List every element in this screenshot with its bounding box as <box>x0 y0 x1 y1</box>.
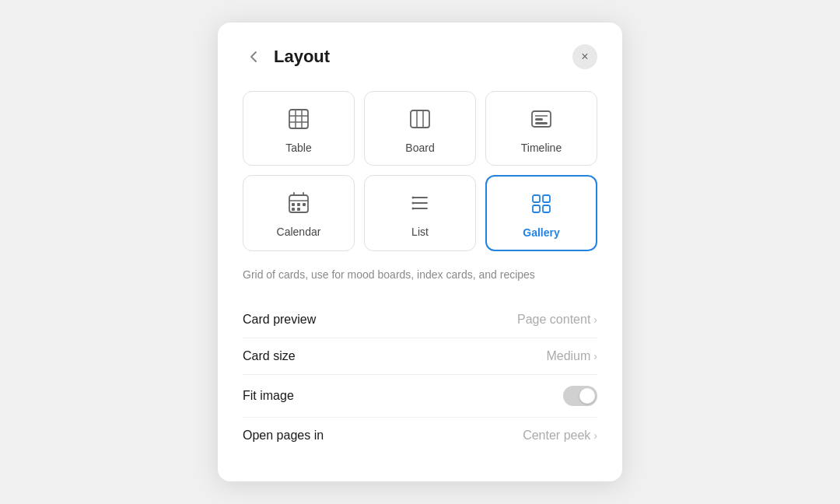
layout-option-list[interactable]: List <box>364 175 476 251</box>
layout-grid: Table Board Tim <box>243 91 597 251</box>
table-label: Table <box>285 142 311 154</box>
gallery-icon <box>530 192 553 219</box>
calendar-icon <box>287 191 310 218</box>
svg-point-24 <box>412 197 415 199</box>
layout-panel: Layout × Table <box>218 23 622 481</box>
svg-rect-0 <box>289 110 308 128</box>
fit-image-row: Fit image <box>243 375 597 418</box>
svg-rect-19 <box>292 208 295 211</box>
layout-option-table[interactable]: Table <box>243 91 355 166</box>
fit-image-toggle[interactable] <box>563 386 597 406</box>
card-size-chevron: › <box>593 350 597 362</box>
list-icon <box>408 191 432 218</box>
panel-title: Layout <box>274 47 330 67</box>
svg-rect-5 <box>411 110 429 128</box>
svg-rect-27 <box>533 195 540 202</box>
back-button[interactable] <box>243 46 264 68</box>
layout-description: Grid of cards, use for mood boards, inde… <box>243 267 597 283</box>
timeline-icon <box>530 107 553 134</box>
layout-option-timeline[interactable]: Timeline <box>485 91 597 166</box>
svg-rect-10 <box>535 118 543 121</box>
layout-option-calendar[interactable]: Calendar <box>243 175 355 251</box>
svg-rect-30 <box>543 205 550 212</box>
svg-rect-11 <box>535 122 548 124</box>
card-preview-row[interactable]: Card preview Page content › <box>243 302 597 338</box>
list-label: List <box>411 226 429 238</box>
svg-rect-28 <box>543 195 550 202</box>
fit-image-label: Fit image <box>243 389 294 403</box>
board-label: Board <box>405 142 434 154</box>
gallery-label: Gallery <box>523 226 559 239</box>
board-icon <box>408 107 432 134</box>
svg-point-25 <box>412 202 415 205</box>
card-preview-chevron: › <box>593 313 597 326</box>
svg-rect-20 <box>297 208 300 211</box>
svg-rect-16 <box>292 203 295 206</box>
open-pages-row[interactable]: Open pages in Center peek › <box>243 418 597 453</box>
svg-point-26 <box>412 208 415 210</box>
card-size-label: Card size <box>243 349 296 363</box>
svg-rect-17 <box>297 203 300 206</box>
open-pages-label: Open pages in <box>243 429 324 443</box>
back-icon <box>246 49 261 65</box>
timeline-label: Timeline <box>521 142 562 154</box>
calendar-label: Calendar <box>277 226 321 238</box>
card-size-row[interactable]: Card size Medium › <box>243 338 597 375</box>
svg-rect-18 <box>303 203 306 206</box>
open-pages-value[interactable]: Center peek › <box>523 429 597 443</box>
svg-rect-29 <box>533 205 540 212</box>
header-left: Layout <box>243 46 330 68</box>
settings-list: Card preview Page content › Card size Me… <box>243 302 597 453</box>
close-button[interactable]: × <box>572 44 597 69</box>
panel-header: Layout × <box>243 44 597 69</box>
close-icon: × <box>581 50 588 64</box>
card-preview-value[interactable]: Page content › <box>517 313 597 327</box>
layout-option-board[interactable]: Board <box>364 91 476 166</box>
layout-option-gallery[interactable]: Gallery <box>485 175 597 251</box>
card-preview-label: Card preview <box>243 313 316 327</box>
open-pages-chevron: › <box>593 429 597 442</box>
card-size-value[interactable]: Medium › <box>546 349 597 363</box>
table-icon <box>287 107 310 134</box>
